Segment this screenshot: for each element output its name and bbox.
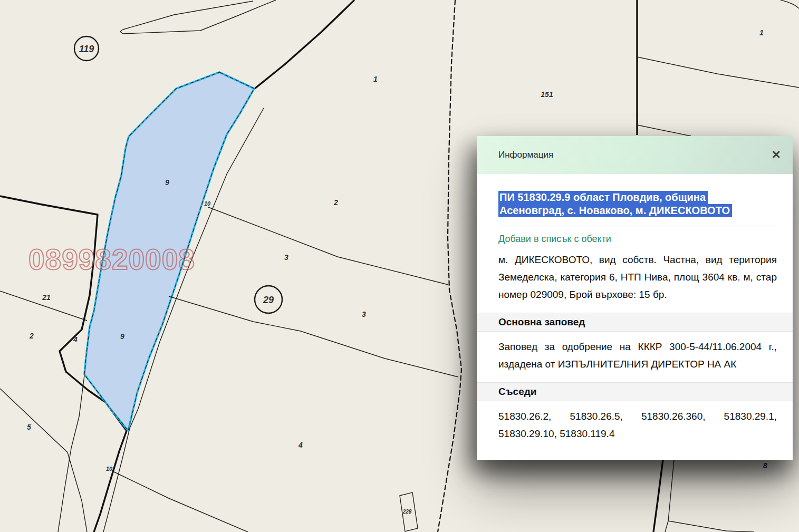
parcel-label: 228 (402, 509, 412, 515)
boundary-line (255, 0, 354, 89)
panel-title: Информация (477, 150, 760, 160)
section-heading-order: Основна заповед (477, 313, 793, 332)
parcel-label: 29 (263, 295, 274, 305)
parcel-identifier-line2: Асеновград, с. Новаково, м. ДИКЕСКОВОТО (498, 204, 732, 217)
parcel-label: 3 (362, 310, 366, 318)
parcel-line (169, 296, 458, 377)
parcel-label: 2 (333, 198, 338, 207)
parcel-label: 1 (759, 28, 764, 37)
watermark-phone: 0899820008 (28, 243, 250, 276)
cadastral-map-app: 119 29 1 151 1 9 10 2 3 3 21 2 4 9 5 4 1… (0, 0, 799, 532)
boundary-line (653, 460, 663, 532)
close-icon[interactable]: ✕ (760, 149, 793, 161)
parcel-identifier-line1: ПИ 51830.29.9 област Пловдив, община (498, 191, 708, 204)
parcel-line (668, 521, 754, 532)
parcel-line (123, 1, 253, 30)
parcel-label: 3 (284, 253, 288, 262)
neighbors-text: 51830.26.2, 51830.26.5, 51830.26.360, 51… (498, 408, 777, 442)
add-to-list-link[interactable]: Добави в списък с обекти (498, 234, 611, 245)
parcel-label: 9 (165, 178, 169, 187)
parcel-label: 151 (541, 90, 553, 99)
section-heading-neighbors: Съседи (477, 382, 793, 401)
divider (498, 226, 777, 226)
parcel-label: 10 (204, 200, 211, 207)
parcel-label: 119 (79, 44, 94, 54)
parcel-label: 1 (373, 75, 378, 83)
boundary-line (438, 0, 461, 532)
info-panel: Информация ✕ ПИ 51830.29.9 област Пловди… (477, 136, 793, 460)
parcel-line (120, 30, 123, 34)
parcel-label: 10 (106, 466, 113, 472)
parcel-line (781, 0, 799, 8)
parcel-label: 4 (73, 335, 78, 344)
info-panel-header: Информация ✕ (477, 136, 793, 174)
parcel-description: м. ДИКЕСКОВОТО, вид собств. Частна, вид … (498, 251, 777, 303)
order-text: Заповед за одобрение на КККР 300-5-44/11… (498, 338, 777, 373)
parcel-label: 4 (298, 441, 303, 449)
parcel-line (0, 389, 87, 532)
parcel-line (123, 0, 276, 34)
info-panel-body: ПИ 51830.29.9 област Пловдив, общинаАсен… (477, 174, 793, 442)
parcel-label: 9 (120, 332, 124, 341)
parcel-label: 21 (42, 293, 51, 302)
parcel-label: 8 (763, 461, 767, 470)
parcel-line (112, 471, 248, 532)
road-line (58, 375, 84, 532)
parcel-line (637, 125, 691, 136)
parcel-label: 2 (29, 332, 34, 340)
parcel-identifier: ПИ 51830.29.9 област Пловдив, общинаАсен… (498, 191, 777, 217)
parcel-line (637, 57, 799, 88)
parcel-label: 5 (27, 423, 31, 431)
